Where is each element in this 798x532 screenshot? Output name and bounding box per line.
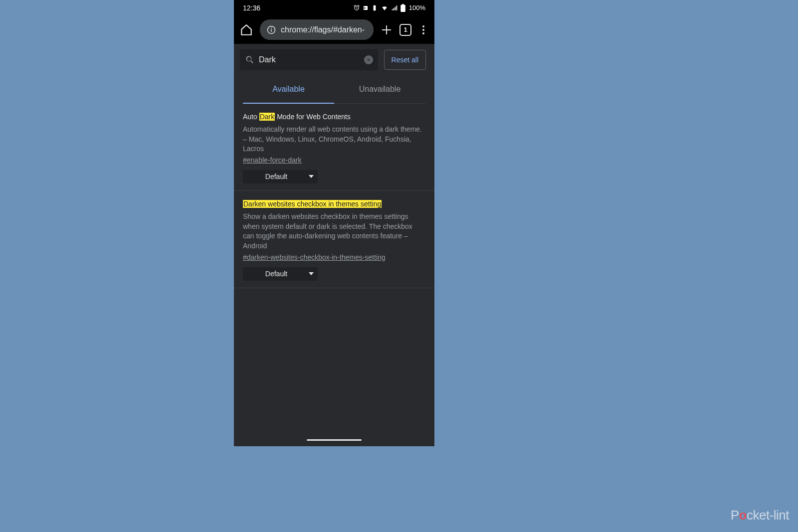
battery-percentage: 100% [409,4,425,11]
flag-item: Auto Dark Mode for Web Contents Automati… [234,104,434,191]
search-icon [245,55,255,65]
flag-anchor[interactable]: #enable-force-dark [243,156,302,164]
battery-icon [400,4,405,12]
flag-title: Darken websites checkbox in themes setti… [243,199,425,208]
flag-title: Auto Dark Mode for Web Contents [243,112,425,121]
flag-item: Darken websites checkbox in themes setti… [234,191,434,288]
signal-icon [391,4,398,11]
url-bar[interactable]: chrome://flags/#darken- [260,19,374,40]
clear-search-icon[interactable] [364,55,373,64]
search-highlight: Darken websites checkbox in themes setti… [243,200,382,208]
tab-available[interactable]: Available [243,76,334,104]
tab-unavailable[interactable]: Unavailable [334,76,425,103]
tabs: Available Unavailable [243,76,425,104]
url-text: chrome://flags/#darken- [281,25,365,34]
status-icons: 100% [353,4,425,12]
browser-toolbar: chrome://flags/#darken- 1 [234,15,434,44]
alarm-icon [353,4,360,11]
info-icon [267,25,276,34]
status-time: 12:36 [243,4,260,12]
chevron-down-icon [309,272,314,275]
nfc-icon [363,5,369,11]
reset-all-button[interactable]: Reset all [384,50,426,70]
new-tab-icon[interactable] [381,24,393,36]
flag-anchor[interactable]: #darken-websites-checkbox-in-themes-sett… [243,253,386,261]
watermark: Pocket-lint [731,508,789,523]
flag-description: Show a darken websites checkbox in theme… [243,212,425,251]
svg-rect-2 [271,29,272,31]
flag-dropdown[interactable]: Default [243,170,318,183]
menu-icon[interactable] [418,24,428,36]
search-input[interactable] [259,55,360,64]
search-row: Reset all [234,44,434,76]
svg-point-1 [271,27,272,28]
chevron-down-icon [309,175,314,178]
wifi-icon [381,4,389,11]
page-content: Reset all Available Unavailable Auto Dar… [234,44,434,446]
flag-description: Automatically render all web contents us… [243,125,425,154]
phone-frame: 12:36 100% chrome://flags/#darken- 1 [234,0,434,446]
tab-switcher[interactable]: 1 [399,24,411,36]
search-box[interactable] [240,49,378,70]
status-bar: 12:36 100% [234,0,434,15]
home-indicator[interactable] [307,439,362,441]
flag-dropdown[interactable]: Default [243,267,318,281]
vibrate-icon [371,4,378,11]
search-highlight: Dark [259,113,275,121]
home-icon[interactable] [240,23,253,36]
